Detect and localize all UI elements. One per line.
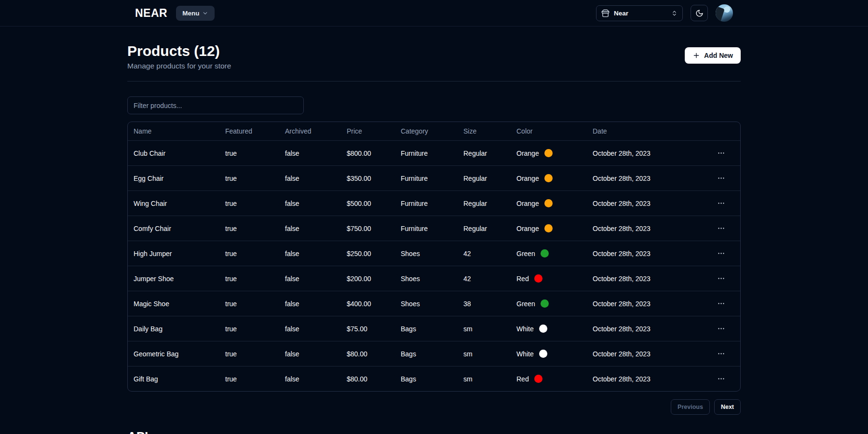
row-actions-button[interactable] bbox=[714, 147, 728, 159]
cell-category: Furniture bbox=[395, 191, 458, 216]
cell-size: sm bbox=[458, 316, 511, 341]
header-divider bbox=[127, 81, 741, 81]
color-dot bbox=[544, 224, 553, 232]
row-actions-button[interactable] bbox=[714, 348, 728, 360]
more-horizontal-icon bbox=[717, 325, 725, 333]
cell-archived: false bbox=[279, 366, 341, 392]
cell-color: Green bbox=[511, 291, 587, 316]
theme-toggle-button[interactable] bbox=[691, 5, 708, 21]
col-category: Category bbox=[395, 122, 458, 141]
menu-button[interactable]: Menu bbox=[176, 6, 215, 21]
color-label: Green bbox=[516, 300, 535, 308]
cell-price: $80.00 bbox=[341, 341, 395, 366]
api-section-title: API bbox=[127, 429, 741, 434]
color-label: Orange bbox=[516, 225, 539, 232]
cell-featured: true bbox=[219, 366, 279, 392]
cell-category: Shoes bbox=[395, 266, 458, 291]
add-new-button-label: Add New bbox=[704, 52, 733, 59]
cell-name: Geometric Bag bbox=[128, 341, 219, 366]
page-title: Products (12) bbox=[127, 42, 231, 60]
cell-featured: true bbox=[219, 291, 279, 316]
store-selector[interactable]: Near bbox=[596, 5, 683, 21]
cell-featured: true bbox=[219, 141, 279, 166]
previous-page-button[interactable]: Previous bbox=[671, 399, 710, 415]
page-subtitle: Manage products for your store bbox=[127, 62, 231, 70]
table-row: Egg Chair true false $350.00 Furniture R… bbox=[128, 166, 740, 191]
cell-price: $350.00 bbox=[341, 166, 395, 191]
pagination: Previous Next bbox=[127, 399, 741, 415]
cell-date: October 28th, 2023 bbox=[587, 291, 702, 316]
more-horizontal-icon bbox=[717, 299, 725, 308]
cell-featured: true bbox=[219, 266, 279, 291]
cell-name: Wing Chair bbox=[128, 191, 219, 216]
table-row: Gift Bag true false $80.00 Bags sm Red O… bbox=[128, 366, 740, 392]
row-actions-button[interactable] bbox=[714, 222, 728, 234]
cell-color: Red bbox=[511, 266, 587, 291]
user-avatar[interactable] bbox=[716, 4, 733, 22]
col-price: Price bbox=[341, 122, 395, 141]
add-new-button[interactable]: Add New bbox=[685, 47, 741, 64]
cell-size: 42 bbox=[458, 266, 511, 291]
more-horizontal-icon bbox=[717, 274, 725, 283]
cell-featured: true bbox=[219, 241, 279, 266]
cell-category: Furniture bbox=[395, 166, 458, 191]
cell-featured: true bbox=[219, 341, 279, 366]
api-section: API API calls for products bbox=[127, 429, 741, 434]
cell-size: sm bbox=[458, 366, 511, 392]
more-horizontal-icon bbox=[717, 199, 725, 207]
cell-color: Orange bbox=[511, 166, 587, 191]
menu-button-label: Menu bbox=[182, 10, 199, 17]
next-page-button[interactable]: Next bbox=[714, 399, 741, 415]
row-actions-button[interactable] bbox=[714, 172, 728, 184]
cell-size: sm bbox=[458, 341, 511, 366]
color-label: Orange bbox=[516, 149, 539, 157]
cell-date: October 28th, 2023 bbox=[587, 366, 702, 392]
cell-color: Orange bbox=[511, 191, 587, 216]
cell-size: Regular bbox=[458, 216, 511, 241]
col-archived: Archived bbox=[279, 122, 341, 141]
color-dot bbox=[544, 149, 553, 157]
col-featured: Featured bbox=[219, 122, 279, 141]
cell-price: $750.00 bbox=[341, 216, 395, 241]
cell-category: Furniture bbox=[395, 216, 458, 241]
cell-size: Regular bbox=[458, 191, 511, 216]
cell-featured: true bbox=[219, 191, 279, 216]
cell-date: October 28th, 2023 bbox=[587, 216, 702, 241]
table-row: Comfy Chair true false $750.00 Furniture… bbox=[128, 216, 740, 241]
filter-products-input[interactable] bbox=[127, 96, 304, 114]
color-label: Orange bbox=[516, 200, 539, 207]
cell-category: Shoes bbox=[395, 291, 458, 316]
row-actions-button[interactable] bbox=[714, 323, 728, 335]
cell-category: Bags bbox=[395, 366, 458, 392]
table-row: Jumper Shoe true false $200.00 Shoes 42 … bbox=[128, 266, 740, 291]
cell-color: Orange bbox=[511, 141, 587, 166]
row-actions-button[interactable] bbox=[714, 298, 728, 310]
color-label: White bbox=[516, 325, 534, 333]
cell-archived: false bbox=[279, 166, 341, 191]
cell-name: Egg Chair bbox=[128, 166, 219, 191]
row-actions-button[interactable] bbox=[714, 197, 728, 209]
col-actions bbox=[702, 122, 740, 141]
table-header-row: Name Featured Archived Price Category Si… bbox=[128, 122, 740, 141]
row-actions-button[interactable] bbox=[714, 272, 728, 285]
cell-archived: false bbox=[279, 216, 341, 241]
table-row: Club Chair true false $800.00 Furniture … bbox=[128, 141, 740, 166]
cell-color: Red bbox=[511, 366, 587, 392]
more-horizontal-icon bbox=[717, 350, 725, 358]
cell-name: Comfy Chair bbox=[128, 216, 219, 241]
cell-size: Regular bbox=[458, 141, 511, 166]
cell-date: October 28th, 2023 bbox=[587, 166, 702, 191]
cell-color: White bbox=[511, 341, 587, 366]
cell-archived: false bbox=[279, 191, 341, 216]
color-label: Red bbox=[516, 375, 529, 383]
cell-archived: false bbox=[279, 341, 341, 366]
cell-archived: false bbox=[279, 266, 341, 291]
color-dot bbox=[541, 299, 549, 308]
app-logo[interactable]: NEAR bbox=[135, 7, 167, 20]
cell-date: October 28th, 2023 bbox=[587, 241, 702, 266]
row-actions-button[interactable] bbox=[714, 373, 728, 385]
cell-name: Magic Shoe bbox=[128, 291, 219, 316]
more-horizontal-icon bbox=[717, 224, 725, 232]
cell-color: Green bbox=[511, 241, 587, 266]
row-actions-button[interactable] bbox=[714, 247, 728, 259]
